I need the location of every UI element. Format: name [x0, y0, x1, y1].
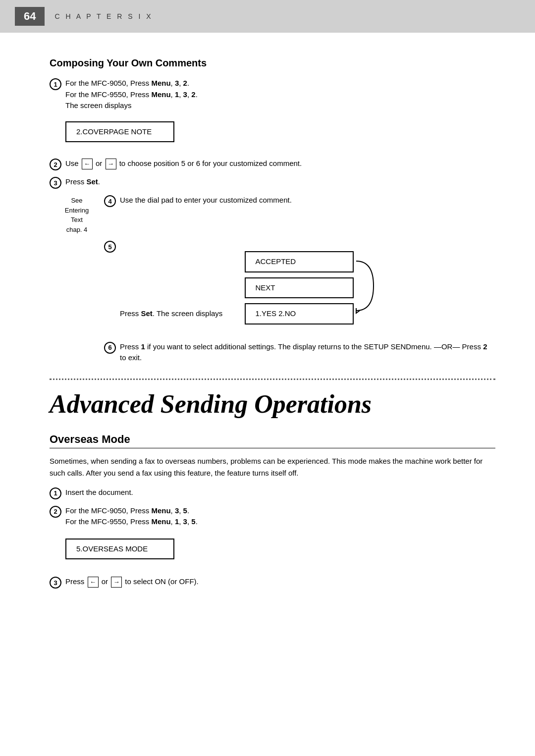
step-1-content: For the MFC-9050, Press Menu, 3, 2. For … [65, 78, 495, 152]
step-3-number: 3 [50, 177, 61, 189]
overseas-step-2-number: 2 [50, 506, 61, 518]
overseas-step-1: 1 Insert the document. [50, 487, 495, 499]
composing-heading: Composing Your Own Comments [50, 57, 495, 69]
step-1: 1 For the MFC-9050, Press Menu, 3, 2. Fo… [50, 78, 495, 152]
step-1-number: 1 [50, 78, 61, 90]
chapter-label: C H A P T E R S I X [54, 12, 153, 20]
step-1-line1: For the MFC-9050, Press Menu, 3, 2. [65, 79, 189, 87]
overseas-step-3: 3 Press ← or → to select ON (or OFF). [50, 576, 495, 589]
overseas-step-1-number: 1 [50, 487, 61, 499]
overseas-step-3-text: Press ← or → to select ON (or OFF). [65, 577, 199, 586]
overseas-heading: Overseas Mode [50, 433, 495, 448]
main-content: Composing Your Own Comments 1 For the MF… [0, 33, 535, 614]
step-3: 3 Press Set. [50, 176, 495, 189]
step-2-text: Use ← or → to choose position 5 or 6 for… [65, 159, 302, 167]
overseas-body: Sometimes, when sending a fax to oversea… [50, 455, 495, 479]
dotted-separator [50, 378, 495, 380]
step-4-number: 4 [104, 195, 116, 207]
overseas-step-3-content: Press ← or → to select ON (or OFF). [65, 576, 495, 588]
lcd-accepted: ACCEPTED [245, 251, 354, 272]
overseas-step-1-text: Insert the document. [65, 488, 133, 496]
overseas-step-3-number: 3 [50, 577, 61, 589]
overseas-step-2: 2 For the MFC-9050, Press Menu, 3, 5. Fo… [50, 505, 495, 571]
step-6-content: Press 1 if you want to select additional… [120, 341, 495, 364]
advanced-title: Advanced Sending Operations [50, 390, 495, 418]
step-4-content: Use the dial pad to enter your customize… [120, 195, 292, 206]
step-2-number: 2 [50, 159, 61, 170]
step-2: 2 Use ← or → to choose position 5 or 6 f… [50, 158, 495, 170]
step-6-number: 6 [104, 342, 116, 354]
overseas-step-1-content: Insert the document. [65, 487, 495, 498]
composing-section: Composing Your Own Comments 1 For the MF… [50, 57, 495, 364]
overseas-section: Overseas Mode Sometimes, when sending a … [50, 433, 495, 589]
page-number: 64 [15, 7, 45, 26]
step-1-line3: The screen displays [65, 101, 131, 109]
lcd-next: NEXT [245, 277, 354, 299]
lcd-overseas: 5.OVERSEAS MODE [65, 539, 174, 560]
left-arrow2-icon: ← [88, 577, 99, 588]
step-5-text: Press Set. The screen displays [120, 309, 222, 318]
left-arrow-icon: ← [82, 159, 93, 169]
page-header: 64 C H A P T E R S I X [0, 0, 535, 33]
overseas-step-2-content: For the MFC-9050, Press Menu, 3, 5. For … [65, 505, 495, 571]
right-arrow-icon: → [106, 159, 116, 169]
step-2-content: Use ← or → to choose position 5 or 6 for… [65, 158, 495, 169]
loop-arrow-icon [354, 256, 378, 316]
overseas-step-2-line1: For the MFC-9050, Press Menu, 3, 5. [65, 506, 189, 515]
step-5-content: Press Set. The screen displays ACCEPTED … [120, 240, 495, 335]
lcd-yes-no: 1.YES 2.NO [245, 303, 354, 324]
side-note: SeeEnteringTextchap. 4 [50, 195, 104, 234]
right-arrow2-icon: → [111, 577, 122, 588]
step-1-line2: For the MFC-9550, Press Menu, 1, 3, 2. [65, 90, 198, 99]
step-3-text: Press Set. [65, 177, 100, 186]
lcd-coverpage: 2.COVERPAGE NOTE [65, 121, 174, 143]
overseas-step-2-line2: For the MFC-9550, Press Menu, 1, 3, 5. [65, 517, 198, 526]
step-3-content: Press Set. [65, 176, 495, 188]
step-4-text: Use the dial pad to enter your customize… [120, 196, 292, 204]
step-5-number: 5 [104, 241, 116, 253]
step-6-text: Press 1 if you want to select additional… [120, 342, 487, 362]
